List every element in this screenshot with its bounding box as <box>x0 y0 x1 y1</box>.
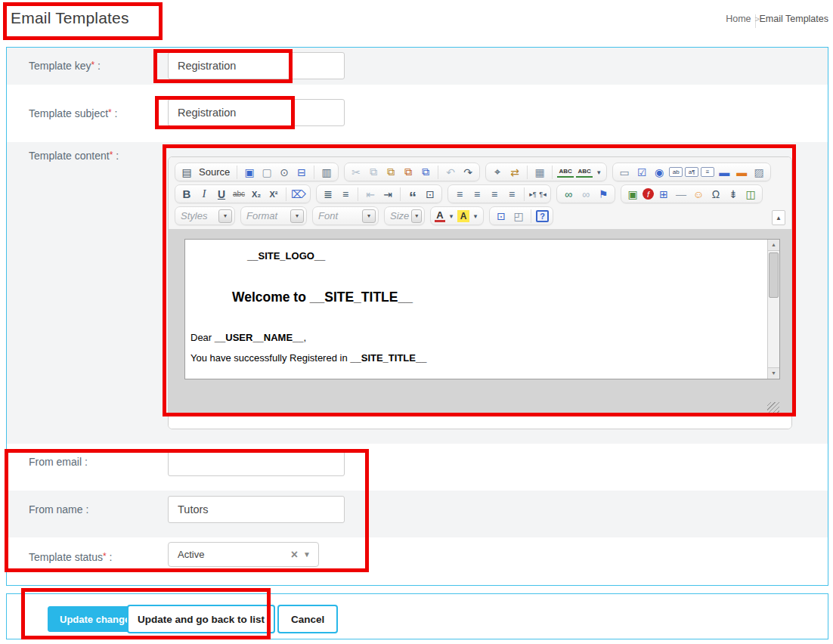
superscript-icon[interactable]: X² <box>266 187 281 201</box>
iframe-icon[interactable]: ◫ <box>743 187 758 201</box>
editor-text-area[interactable]: __SITE_LOGO__ Welcome to __SITE_TITLE__ … <box>185 240 767 379</box>
bg-color-icon[interactable]: A <box>457 210 469 222</box>
remove-format-icon[interactable]: ⌦ <box>291 187 306 201</box>
print-icon[interactable]: ⊟ <box>294 166 309 179</box>
text-dir-ltr-icon[interactable]: ▸¶ <box>529 187 537 201</box>
undo-icon[interactable]: ↶ <box>443 166 458 179</box>
breadcrumb-home-link[interactable]: Home <box>726 14 751 24</box>
from-name-input[interactable] <box>168 496 345 523</box>
text-dir-rtl-icon[interactable]: ¶◂ <box>539 187 547 201</box>
unlink-icon[interactable]: ∞ <box>578 187 593 201</box>
new-page-icon[interactable]: ▢ <box>259 166 274 179</box>
styles-dropdown[interactable]: Styles▾ <box>175 206 235 225</box>
toolbar-separator <box>531 209 531 223</box>
template-key-input[interactable] <box>168 52 345 79</box>
template-key-row <box>7 48 828 85</box>
site-logo-placeholder: __SITE_LOGO__ <box>247 250 325 262</box>
scrollbar-thumb[interactable] <box>769 252 779 298</box>
save-icon[interactable]: ▣ <box>242 166 257 179</box>
link-icon[interactable]: ∞ <box>561 187 576 201</box>
outdent-icon[interactable]: ⇤ <box>363 187 378 201</box>
about-icon[interactable]: ? <box>536 210 549 222</box>
text-color-icon[interactable]: A <box>435 210 445 222</box>
special-char-icon[interactable]: Ω <box>708 187 723 201</box>
scroll-down-icon[interactable]: ▼ <box>768 367 779 379</box>
subscript-icon[interactable]: X₂ <box>249 187 264 201</box>
chevron-down-icon[interactable]: ▾ <box>290 209 304 223</box>
template-status-select[interactable]: Active × ▼ <box>168 542 319 567</box>
anchor-icon[interactable]: ⚑ <box>596 187 611 201</box>
align-justify-icon[interactable]: ≡ <box>504 187 519 201</box>
scayt-icon[interactable]: ABC <box>576 167 593 178</box>
image-icon[interactable]: ▣ <box>625 187 640 201</box>
chevron-down-icon[interactable]: ▾ <box>411 209 422 223</box>
templates-icon[interactable]: ▥ <box>319 166 334 179</box>
font-dropdown[interactable]: Font▾ <box>312 206 379 225</box>
form-icon[interactable]: ▭ <box>617 166 632 179</box>
select-field-icon[interactable]: ≡ <box>701 167 714 177</box>
button-icon[interactable]: ▬ <box>717 166 732 179</box>
cancel-button[interactable]: Cancel <box>277 605 338 633</box>
page-break-icon[interactable]: ⇟ <box>726 187 741 201</box>
font-dropdown-label: Font <box>313 210 360 221</box>
redo-icon[interactable]: ↷ <box>460 166 475 179</box>
select-all-icon[interactable]: ▦ <box>532 166 547 179</box>
hidden-field-icon[interactable]: ▨ <box>751 166 766 179</box>
text-field-icon[interactable]: ab <box>669 167 683 177</box>
editor-scrollbar[interactable]: ▲ ▼ <box>767 240 779 379</box>
show-blocks-icon[interactable]: ◰ <box>511 209 526 223</box>
paste-icon[interactable]: ⧉ <box>383 166 398 179</box>
editor-content-frame: __SITE_LOGO__ Welcome to __SITE_TITLE__ … <box>184 239 780 379</box>
clear-selection-icon[interactable]: × <box>286 549 303 561</box>
preview-icon[interactable]: ⊙ <box>277 166 292 179</box>
scayt-arrow-icon[interactable]: ▾ <box>595 166 602 179</box>
align-right-icon[interactable]: ≡ <box>487 187 502 201</box>
image-button-icon[interactable]: ▬ <box>734 166 749 179</box>
size-dropdown[interactable]: Size▾ <box>384 206 425 225</box>
editor-resize-handle[interactable] <box>767 402 779 413</box>
chevron-down-icon[interactable]: ▾ <box>218 209 232 223</box>
smiley-icon[interactable]: ☺ <box>691 187 706 201</box>
chevron-down-icon[interactable]: ▼ <box>303 550 318 559</box>
underline-icon[interactable]: U <box>214 187 229 201</box>
chevron-down-icon[interactable]: ▾ <box>362 209 376 223</box>
toolbar-group: A▾A▾ <box>430 206 484 225</box>
toolbar-separator <box>400 187 401 201</box>
toolbar-collapse-button[interactable]: ▲ <box>772 210 785 225</box>
checkbox-icon[interactable]: ☑ <box>634 166 649 179</box>
template-key-label: Template key* : <box>29 60 101 72</box>
copy-icon[interactable]: ⧉ <box>366 166 381 179</box>
source-label[interactable]: Source <box>197 166 232 179</box>
blockquote-icon[interactable]: “ <box>405 187 420 201</box>
bold-icon[interactable]: B <box>179 187 194 201</box>
bg-color-arrow-icon[interactable]: ▾ <box>472 209 479 223</box>
source-icon[interactable]: ▤ <box>179 166 194 179</box>
maximize-icon[interactable]: ⊡ <box>494 209 509 223</box>
format-dropdown[interactable]: Format▾ <box>240 206 307 225</box>
cut-icon[interactable]: ✂ <box>348 166 364 179</box>
paste-word-icon[interactable]: ⧉ <box>418 166 433 179</box>
text-color-arrow-icon[interactable]: ▾ <box>447 209 455 223</box>
scroll-up-icon[interactable]: ▲ <box>768 240 779 251</box>
find-icon[interactable]: ⌖ <box>490 166 505 179</box>
update-and-go-back-button[interactable]: Update and go back to list <box>127 605 275 633</box>
table-icon[interactable]: ⊞ <box>656 187 671 201</box>
paste-text-icon[interactable]: ⧉ <box>401 166 416 179</box>
align-left-icon[interactable]: ≡ <box>452 187 467 201</box>
textarea-icon[interactable]: a¶ <box>685 167 698 177</box>
spellcheck-icon[interactable]: ABC <box>557 167 574 178</box>
align-center-icon[interactable]: ≡ <box>469 187 485 201</box>
indent-icon[interactable]: ⇥ <box>380 187 395 201</box>
bulleted-list-icon[interactable]: ≡ <box>338 187 353 201</box>
radio-icon[interactable]: ◉ <box>652 166 667 179</box>
replace-icon[interactable]: ⇄ <box>507 166 522 179</box>
italic-icon[interactable]: I <box>197 187 212 201</box>
div-container-icon[interactable]: ⊡ <box>423 187 438 201</box>
strikethrough-icon[interactable]: abc <box>231 187 246 201</box>
template-subject-input[interactable] <box>168 99 345 126</box>
numbered-list-icon[interactable]: ≣ <box>321 187 336 201</box>
flash-icon[interactable]: f <box>643 188 654 200</box>
template-subject-label: Template subject* : <box>29 107 118 119</box>
horizontal-rule-icon[interactable]: ― <box>674 187 689 201</box>
from-email-input[interactable] <box>168 449 345 476</box>
